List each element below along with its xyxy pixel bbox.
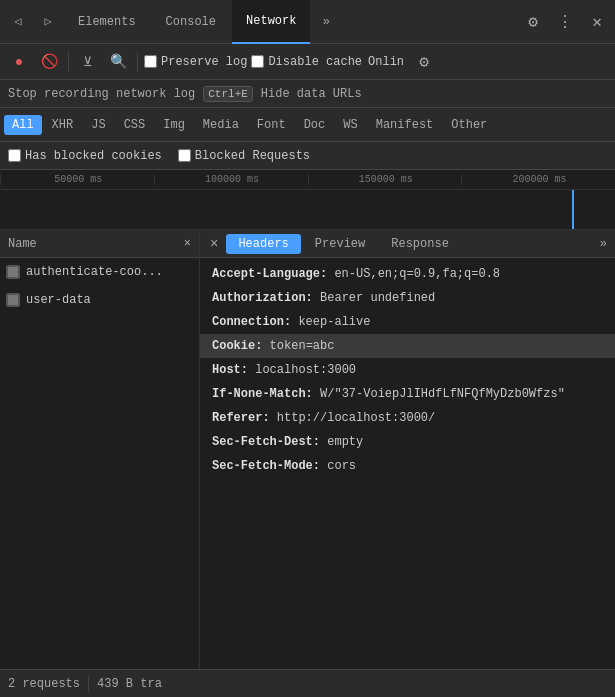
header-name-8: Sec-Fetch-Mode:	[212, 459, 320, 473]
transfer-size: 439 B tra	[97, 677, 162, 691]
filter-tab-ws[interactable]: WS	[335, 115, 365, 135]
record-button[interactable]: ●	[6, 49, 32, 75]
detail-close-icon[interactable]: ×	[204, 236, 224, 252]
tab-elements[interactable]: Elements	[64, 0, 150, 44]
detail-tabs: × Headers Preview Response »	[200, 230, 615, 258]
more-tabs-icon[interactable]: »	[312, 8, 340, 36]
detail-panel: × Headers Preview Response » Accept-Lang…	[200, 230, 615, 669]
status-bar-divider	[88, 676, 89, 692]
tab-bar-right: ⚙ ⋮ ✕	[519, 8, 611, 36]
header-row-3: Cookie: token=abc	[200, 334, 615, 358]
header-row-6: Referer: http://localhost:3000/	[200, 406, 615, 430]
main-content: Name × authenticate-coo... user-data × H…	[0, 230, 615, 669]
timeline-ruler: 50000 ms 100000 ms 150000 ms 200000 ms	[0, 170, 615, 190]
has-blocked-cookies-label[interactable]: Has blocked cookies	[8, 149, 162, 163]
filter-tab-js[interactable]: JS	[83, 115, 113, 135]
detail-tab-response[interactable]: Response	[379, 234, 461, 254]
settings-icon[interactable]: ⚙	[519, 8, 547, 36]
header-row-8: Sec-Fetch-Mode: cors	[200, 454, 615, 478]
detail-tab-headers[interactable]: Headers	[226, 234, 300, 254]
filter-tab-all[interactable]: All	[4, 115, 42, 135]
tab-bar: ◁ ▷ Elements Console Network » ⚙ ⋮ ✕	[0, 0, 615, 44]
back-icon[interactable]: ◁	[4, 8, 32, 36]
tick-2: 150000 ms	[308, 174, 462, 185]
header-name-3: Cookie:	[212, 339, 262, 353]
filter-tab-css[interactable]: CSS	[116, 115, 154, 135]
header-name-5: If-None-Match:	[212, 387, 313, 401]
filter-tab-doc[interactable]: Doc	[296, 115, 334, 135]
has-blocked-cookies-text: Has blocked cookies	[25, 149, 162, 163]
tick-3: 200000 ms	[461, 174, 615, 185]
header-row-4: Host: localhost:3000	[200, 358, 615, 382]
filter-icon[interactable]: ⊻	[75, 49, 101, 75]
blocked-requests-label[interactable]: Blocked Requests	[178, 149, 310, 163]
checkbox-row: Has blocked cookies Blocked Requests	[0, 142, 615, 170]
requests-count: 2 requests	[8, 677, 80, 691]
disable-cache-checkbox[interactable]	[251, 55, 264, 68]
svg-rect-1	[8, 295, 18, 305]
filter-tab-other[interactable]: Other	[443, 115, 495, 135]
toolbar-divider-1	[68, 52, 69, 72]
status-bar: 2 requests 439 B tra	[0, 669, 615, 697]
header-value-2: keep-alive	[291, 315, 370, 329]
header-value-5: W/"37-VoiepJlIHdfLfNFQfMyDzb0Wfzs"	[313, 387, 565, 401]
tick-1: 100000 ms	[154, 174, 308, 185]
search-icon[interactable]: 🔍	[105, 49, 131, 75]
toolbar-divider-2	[137, 52, 138, 72]
header-name-1: Authorization:	[212, 291, 313, 305]
tab-console[interactable]: Console	[152, 0, 230, 44]
close-icon[interactable]: ✕	[583, 8, 611, 36]
clear-button[interactable]: 🚫	[36, 49, 62, 75]
header-value-7: empty	[320, 435, 363, 449]
forward-icon[interactable]: ▷	[34, 8, 62, 36]
filter-tab-font[interactable]: Font	[249, 115, 294, 135]
online-label: Onlin	[368, 55, 404, 69]
disable-cache-label: Disable cache	[268, 55, 362, 69]
tab-bar-left: ◁ ▷ Elements Console Network »	[4, 0, 340, 44]
timeline-marker	[572, 190, 574, 230]
header-value-1: Bearer undefined	[313, 291, 435, 305]
svg-rect-0	[8, 267, 18, 277]
header-row-2: Connection: keep-alive	[200, 310, 615, 334]
preserve-log-label: Preserve log	[161, 55, 247, 69]
request-favicon-1	[6, 293, 20, 307]
timeline-content	[0, 190, 615, 230]
request-list: Name × authenticate-coo... user-data	[0, 230, 200, 669]
preserve-log-checkbox[interactable]	[144, 55, 157, 68]
timeline: 50000 ms 100000 ms 150000 ms 200000 ms	[0, 170, 615, 230]
stop-recording-bar: Stop recording network log Ctrl+E Hide d…	[0, 80, 615, 108]
headers-content: Accept-Language: en-US,en;q=0.9,fa;q=0.8…	[200, 258, 615, 669]
header-row-0: Accept-Language: en-US,en;q=0.9,fa;q=0.8	[200, 262, 615, 286]
detail-tab-preview[interactable]: Preview	[303, 234, 377, 254]
header-name-6: Referer:	[212, 411, 270, 425]
header-name-0: Accept-Language:	[212, 267, 327, 281]
blocked-requests-checkbox[interactable]	[178, 149, 191, 162]
stop-recording-text: Stop recording network log	[8, 87, 195, 101]
header-name-2: Connection:	[212, 315, 291, 329]
has-blocked-cookies-checkbox[interactable]	[8, 149, 21, 162]
tick-0: 50000 ms	[0, 174, 154, 185]
shortcut-badge: Ctrl+E	[203, 86, 253, 102]
filter-tab-xhr[interactable]: XHR	[44, 115, 82, 135]
detail-more-icon[interactable]: »	[596, 237, 611, 251]
header-row-7: Sec-Fetch-Dest: empty	[200, 430, 615, 454]
blocked-requests-text: Blocked Requests	[195, 149, 310, 163]
toolbar: ● 🚫 ⊻ 🔍 Preserve log Disable cache Onlin…	[0, 44, 615, 80]
menu-icon[interactable]: ⋮	[551, 8, 579, 36]
header-value-6: http://localhost:3000/	[270, 411, 436, 425]
filter-tab-manifest[interactable]: Manifest	[368, 115, 442, 135]
filter-tab-img[interactable]: Img	[155, 115, 193, 135]
disable-cache-group: Disable cache	[251, 55, 362, 69]
header-name-4: Host:	[212, 363, 248, 377]
close-panel-icon[interactable]: ×	[184, 237, 191, 251]
tab-network[interactable]: Network	[232, 0, 310, 44]
filter-tab-media[interactable]: Media	[195, 115, 247, 135]
request-list-header: Name ×	[0, 230, 199, 258]
name-column-header: Name	[8, 237, 37, 251]
preserve-log-group: Preserve log	[144, 55, 247, 69]
request-name-0: authenticate-coo...	[26, 265, 163, 279]
request-item-1[interactable]: user-data	[0, 286, 199, 314]
network-settings-icon[interactable]: ⚙	[410, 48, 438, 76]
header-value-3: token=abc	[262, 339, 334, 353]
request-item-0[interactable]: authenticate-coo...	[0, 258, 199, 286]
